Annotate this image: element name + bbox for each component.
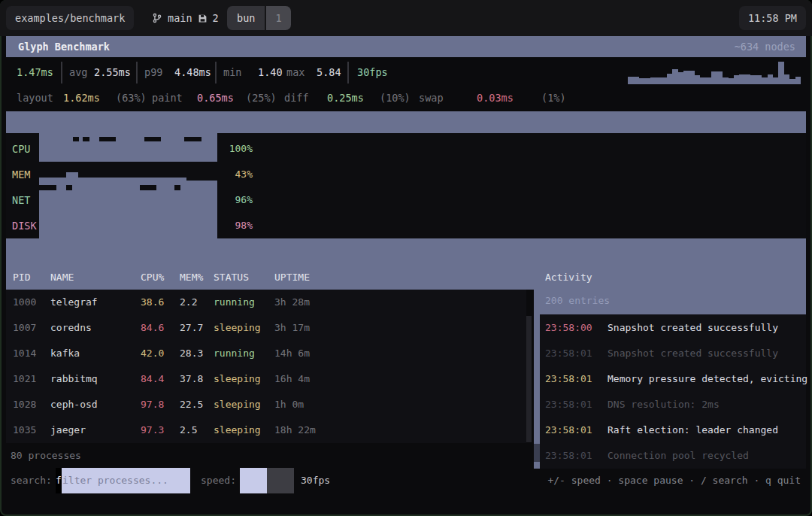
keyboard-hints: +/- speed · space pause · / search · q q…	[547, 468, 801, 493]
frame-histogram-bar	[768, 74, 773, 84]
tab-bun[interactable]: bun	[227, 6, 265, 30]
table-row[interactable]: 1007 coredns 84.6 27.7 sleeping 3h 17m	[6, 315, 526, 341]
net-gauge-fill	[39, 187, 217, 213]
gauge-gap	[184, 137, 201, 141]
activity-entry-count: 200 entries	[545, 290, 610, 312]
stat-avg-label: avg	[69, 66, 87, 78]
activity-scrollbar[interactable]	[534, 314, 540, 469]
page-title: Glyph Benchmark	[18, 36, 110, 57]
uptime-cell: 3h 28m	[274, 290, 310, 315]
activity-log: 23:58:00 Snapshot created successfully 2…	[540, 314, 806, 469]
scrollbar-thumb[interactable]	[534, 314, 540, 444]
gauge-label-mem: MEM	[12, 162, 39, 187]
page-header: Glyph Benchmark ~634 nodes	[6, 36, 806, 57]
speed-bar-fill[interactable]	[240, 468, 267, 493]
stat-p99-label: p99	[144, 66, 162, 78]
runtime-tab-group: bun 1	[227, 6, 291, 30]
git-status: main 2	[152, 6, 219, 30]
frame-histogram-bar	[795, 77, 801, 84]
pid-cell: 1021	[13, 366, 36, 392]
table-row[interactable]: 1028 ceph-osd 97.8 22.5 sleeping 1h 0m	[6, 392, 526, 417]
status-cell: sleeping	[214, 315, 261, 341]
top-bar: examples/benchmark main 2 bun 1 11:58 PM	[0, 0, 812, 36]
frame-histogram-bar	[750, 75, 756, 84]
frame-histogram-bar	[656, 77, 661, 84]
mem-cell: 2.5	[180, 417, 197, 443]
uptime-cell: 14h 6m	[274, 341, 310, 366]
divider	[215, 62, 217, 83]
status-cell: running	[214, 341, 255, 366]
status-cell: sleeping	[214, 392, 261, 417]
table-scrollbar[interactable]	[526, 316, 532, 442]
stat-min-label: min	[223, 66, 241, 78]
gauge-gap	[99, 137, 116, 141]
mem-cell: 22.5	[180, 392, 203, 417]
process-count: 80 processes	[11, 443, 81, 469]
name-cell: ceph-osd	[50, 392, 98, 417]
gauge-label-net: NET	[12, 187, 39, 213]
frame-histogram-bar	[773, 77, 778, 84]
table-row[interactable]: 1000 telegraf 38.6 2.2 running 3h 28m	[6, 290, 526, 315]
process-table: 1000 telegraf 38.6 2.2 running 3h 28m 10…	[6, 290, 526, 443]
git-branch-icon	[152, 13, 162, 23]
stat-avg-value: 2.55ms	[94, 66, 131, 78]
name-cell: kafka	[50, 341, 80, 366]
frame-histogram-bar	[784, 74, 789, 84]
frame-histogram-bar	[689, 71, 695, 84]
mem-cell: 27.7	[180, 315, 203, 341]
col-header-mem[interactable]: MEM%	[180, 272, 203, 283]
activity-subheader: 200 entries	[534, 290, 806, 314]
gauge-gap	[174, 185, 180, 190]
table-row[interactable]: 1021 rabbitmq 84.4 37.8 sleeping 16h 4m	[6, 366, 526, 392]
breadcrumb[interactable]: examples/benchmark	[6, 6, 134, 30]
gauge-value-net: 96%	[223, 187, 253, 213]
gauge-label-disk: DISK	[12, 213, 39, 238]
divider	[347, 62, 349, 83]
name-cell: coredns	[50, 315, 92, 341]
col-header-pid[interactable]: PID	[13, 272, 30, 283]
table-row[interactable]: 1014 kafka 42.0 28.3 running 14h 6m	[6, 341, 526, 366]
entry-time: 23:58:01	[545, 392, 592, 417]
frame-histogram-bar	[683, 71, 689, 84]
frame-histogram-bar	[678, 72, 683, 84]
entry-message: Memory pressure detected, evicting cac	[607, 366, 812, 392]
entry-time: 23:58:01	[545, 443, 592, 469]
tab-badge[interactable]: 1	[266, 6, 290, 30]
app-window: examples/benchmark main 2 bun 1 11:58 PM	[0, 0, 812, 516]
col-header-name[interactable]: NAME	[50, 272, 74, 283]
gauge-gap	[186, 178, 217, 181]
col-header-cpu[interactable]: CPU%	[141, 272, 164, 283]
frame-histogram-bar	[695, 75, 700, 84]
stat-min-value: 1.40	[258, 66, 283, 78]
breakdown-value: 1.62ms	[63, 92, 100, 104]
frame-histogram-bar	[745, 74, 750, 84]
status-cell: sleeping	[214, 366, 261, 392]
gauge-gap	[140, 185, 156, 190]
col-header-uptime[interactable]: UPTIME	[274, 272, 310, 283]
pid-cell: 1035	[13, 417, 36, 443]
cpu-cell: 84.6	[141, 315, 164, 341]
speed-bar-track[interactable]	[267, 468, 294, 493]
cpu-cell: 42.0	[141, 341, 164, 366]
frame-histogram-bar	[667, 74, 672, 84]
frame-histogram-bar	[717, 71, 723, 84]
mem-cell: 2.2	[180, 290, 197, 315]
frame-histogram-bar	[778, 62, 783, 84]
search-input[interactable]: ilter processes...	[62, 468, 190, 493]
stats-panel: 1.47ms avg 2.55ms p99 4.48ms min 1.40 ma…	[6, 57, 806, 111]
frame-time-histogram	[628, 62, 801, 84]
gauge-top-band	[6, 111, 806, 133]
table-row[interactable]: 1035 jaeger 97.3 2.5 sleeping 18h 22m	[6, 417, 526, 443]
frame-histogram-bar	[789, 79, 795, 84]
entry-message: Snapshot created successfully	[607, 315, 778, 341]
entry-message: DNS resolution: 2ms	[607, 392, 720, 417]
frame-histogram-bar	[756, 75, 762, 84]
col-header-status[interactable]: STATUS	[214, 272, 249, 283]
search-cursor: f	[56, 468, 62, 493]
breakdown-label: layout	[17, 92, 53, 104]
status-cell: sleeping	[214, 417, 261, 443]
frame-histogram-bar	[639, 78, 644, 84]
breakdown-label: swap	[419, 92, 444, 104]
pid-cell: 1028	[13, 392, 36, 417]
scrollbar-track[interactable]	[534, 444, 540, 462]
